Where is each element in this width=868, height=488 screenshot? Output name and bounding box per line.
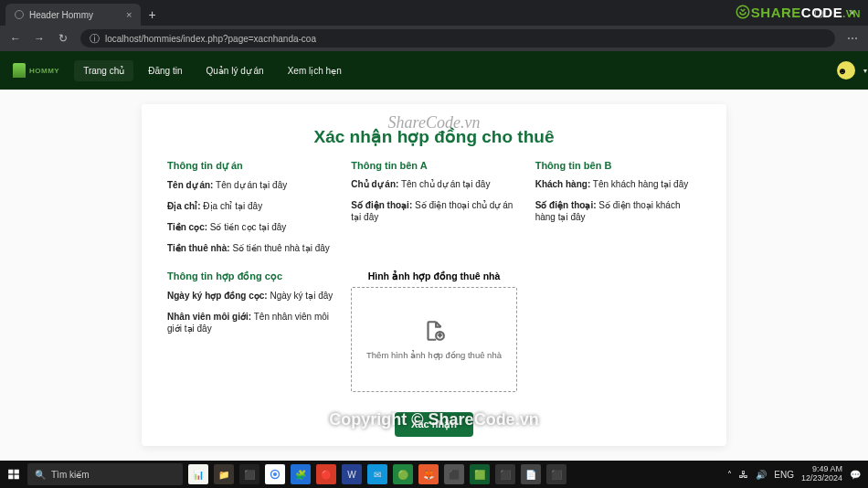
nav-projects[interactable]: Quản lý dự án: [197, 60, 273, 81]
viewport: ShareCode.vn HOMMY Trang chủ Đăng tin Qu…: [0, 51, 868, 461]
nav-schedule[interactable]: Xem lịch hẹn: [279, 60, 351, 81]
taskbar-apps: 📊 📁 ⬛ 🧩 🔴 W ✉ 🟢 🦊 ⬛ 🟩 ⬛ 📄 ⬛: [188, 464, 566, 484]
taskbar-app-icon[interactable]: 📄: [521, 464, 541, 484]
tray-lang[interactable]: ENG: [774, 470, 794, 480]
browser-addressbar: ← → ↻ ⓘ localhost/hommies/index.php?page…: [0, 26, 868, 51]
taskbar-app-icon[interactable]: 🔴: [316, 464, 336, 484]
form-card: Xác nhận hợp đồng cho thuê Thông tin dự …: [142, 104, 726, 446]
browser-menu-icon[interactable]: ⋯: [842, 28, 863, 48]
tray-clock[interactable]: 9:49 AM 12/23/2024: [801, 465, 842, 483]
tray-volume-icon[interactable]: 🔊: [756, 470, 767, 480]
svg-rect-5: [15, 475, 19, 480]
deposit-contract-section: Thông tin hợp đồng cọc Ngày ký hợp đồng …: [167, 271, 333, 392]
taskbar-app-icon[interactable]: ⬛: [495, 464, 515, 484]
nav-post[interactable]: Đăng tin: [139, 60, 191, 81]
new-tab-button[interactable]: +: [141, 4, 163, 26]
taskbar-app-icon[interactable]: 🟢: [393, 464, 413, 484]
tab-title: Header Hommy: [29, 10, 93, 20]
app-navbar: HOMMY Trang chủ Đăng tin Quản lý dự án X…: [0, 51, 868, 90]
page-body: Xác nhận hợp đồng cho thuê Thông tin dự …: [0, 90, 868, 461]
upload-icon: [422, 319, 446, 343]
tab-close-icon[interactable]: ×: [126, 9, 132, 20]
taskbar-app-icon[interactable]: 📊: [188, 464, 208, 484]
page-title: Xác nhận hợp đồng cho thuê: [167, 126, 701, 147]
info-icon: ⓘ: [90, 32, 100, 46]
windows-taskbar: 🔍 Tìm kiếm 📊 📁 ⬛ 🧩 🔴 W ✉ 🟢 🦊 ⬛ 🟩 ⬛ 📄 ⬛ ˄…: [0, 461, 868, 488]
sharecode-badge: SHARECODE.VN: [735, 4, 861, 20]
svg-rect-3: [15, 470, 19, 474]
nav-home[interactable]: Trang chủ: [74, 60, 133, 81]
tray-chevron-icon[interactable]: ˄: [727, 470, 732, 480]
upload-placeholder: Thêm hình ảnh hợp đồng thuê nhà: [366, 350, 502, 360]
project-info-section: Thông tin dự án Tên dự án: Tên dự án tại…: [167, 160, 333, 263]
party-a-heading: Thông tin bên A: [351, 160, 516, 171]
app-logo[interactable]: HOMMY: [13, 63, 59, 78]
nav-reload-icon[interactable]: ↻: [53, 28, 73, 48]
taskbar-search[interactable]: 🔍 Tìm kiếm: [27, 463, 183, 485]
upload-heading: Hình ảnh hợp đồng thuê nhà: [351, 271, 516, 281]
deposit-heading: Thông tin hợp đồng cọc: [167, 271, 333, 282]
brand-text: HOMMY: [29, 67, 59, 75]
taskbar-app-icon[interactable]: ✉: [367, 464, 387, 484]
confirm-button[interactable]: Xác nhận: [395, 412, 473, 437]
taskbar-app-icon[interactable]: ⬛: [444, 464, 464, 484]
logo-icon: [13, 63, 26, 78]
search-icon: 🔍: [35, 470, 46, 480]
user-avatar[interactable]: ☻: [837, 61, 855, 80]
svg-rect-2: [8, 470, 13, 474]
taskbar-app-icon[interactable]: W: [342, 464, 362, 484]
tray-notifications-icon[interactable]: 💬: [850, 470, 861, 480]
upload-section: Hình ảnh hợp đồng thuê nhà Thêm hình ảnh…: [351, 271, 516, 392]
tab-favicon: [15, 10, 24, 19]
taskbar-app-icon[interactable]: ⬛: [239, 464, 259, 484]
url-field[interactable]: ⓘ localhost/hommies/index.php?page=xacnh…: [80, 29, 835, 48]
taskbar-chrome-icon[interactable]: [265, 464, 285, 484]
nav-back-icon[interactable]: ←: [5, 28, 26, 48]
search-placeholder: Tìm kiếm: [51, 470, 90, 480]
taskbar-app-icon[interactable]: 📁: [214, 464, 234, 484]
browser-tab[interactable]: Header Hommy ×: [5, 4, 141, 26]
svg-rect-4: [8, 475, 13, 480]
taskbar-app-icon[interactable]: ⬛: [546, 464, 566, 484]
tray-network-icon[interactable]: 🖧: [739, 470, 748, 480]
party-b-heading: Thông tin bên B: [535, 160, 701, 171]
svg-point-7: [273, 472, 277, 476]
upload-dropzone[interactable]: Thêm hình ảnh hợp đồng thuê nhà: [351, 287, 516, 392]
url-text: localhost/hommies/index.php?page=xacnhan…: [105, 34, 316, 44]
party-b-section: Thông tin bên B Khách hàng: Tên khách hà…: [535, 160, 701, 263]
nav-forward-icon[interactable]: →: [29, 28, 49, 48]
taskbar-app-icon[interactable]: 🦊: [418, 464, 439, 484]
taskbar-app-icon[interactable]: 🧩: [291, 464, 311, 484]
system-tray: ˄ 🖧 🔊 ENG 9:49 AM 12/23/2024 💬: [727, 465, 868, 483]
project-heading: Thông tin dự án: [167, 160, 333, 172]
start-button[interactable]: [0, 468, 27, 481]
taskbar-app-icon[interactable]: 🟩: [470, 464, 490, 484]
party-a-section: Thông tin bên A Chủ dự án: Tên chủ dự án…: [351, 160, 516, 263]
